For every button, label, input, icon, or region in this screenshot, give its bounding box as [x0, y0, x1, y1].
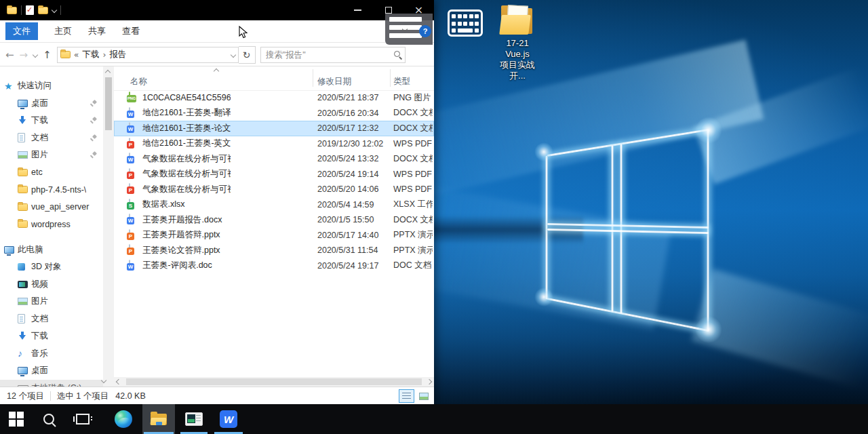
- sidebar-item-music[interactable]: ♪ 音乐: [0, 345, 103, 363]
- table-row[interactable]: W 王荟奥开题报告.docx 2020/1/5 15:50 DOCX 文档: [114, 212, 434, 228]
- tab-share[interactable]: 共享: [88, 25, 106, 37]
- scroll-left-icon[interactable]: [116, 379, 121, 384]
- recent-locations-chevron-icon[interactable]: [33, 52, 38, 57]
- scroll-up-icon[interactable]: [105, 70, 111, 75]
- sidebar-item-documents[interactable]: 文档: [0, 130, 103, 147]
- sidebar-item-desktop-pc[interactable]: 桌面: [0, 362, 103, 380]
- navigation-pane: ★ 快速访问 桌面 下载 文档: [0, 66, 103, 389]
- sidebar-item-this-pc[interactable]: 此电脑: [0, 241, 103, 259]
- new-folder-icon[interactable]: [38, 7, 48, 14]
- taskbar: W: [0, 404, 868, 434]
- desktop-icon-vuejs-folder[interactable]: 17-21 Vue.js 项目实战开...: [496, 4, 539, 81]
- wps-office-icon: W: [220, 410, 237, 428]
- taskbar-edge-button[interactable]: [108, 404, 138, 434]
- properties-icon[interactable]: [26, 5, 34, 15]
- address-bar[interactable]: « 下载 › 报告: [57, 47, 239, 63]
- document-icon: [18, 133, 25, 142]
- sidebar-item-videos[interactable]: 视频: [0, 276, 103, 294]
- taskbar-app-window-button[interactable]: [179, 404, 209, 434]
- selection-count: 选中 1 个项目: [57, 391, 108, 402]
- document-icon: [18, 314, 25, 323]
- sidebar-item-pictures[interactable]: 图片: [0, 146, 103, 164]
- table-row[interactable]: P 气象数据在线分析与可视化系统设计与实... 2020/5/20 14:06 …: [114, 182, 434, 197]
- status-bar: 12 个项目 选中 1 个项目 42.0 KB: [0, 387, 434, 405]
- refresh-button[interactable]: ↻: [239, 46, 256, 64]
- file-explorer-icon: [150, 412, 167, 426]
- folder-icon[interactable]: [7, 7, 17, 14]
- column-header-name[interactable]: 名称: [130, 76, 147, 87]
- pin-icon: [90, 151, 98, 159]
- sidebar-item-3d-objects[interactable]: 3D 对象: [0, 258, 103, 276]
- table-row[interactable]: P 气象数据在线分析与可视化系统设计与实... 2020/5/24 19:14 …: [114, 167, 434, 182]
- tab-file[interactable]: 文件: [5, 22, 38, 40]
- table-row-selected[interactable]: W 地信21601-王荟奥-论文.docx 2020/5/17 12:32 DO…: [114, 121, 434, 136]
- sidebar-item-documents-pc[interactable]: 文档: [0, 311, 103, 328]
- tab-view[interactable]: 查看: [122, 25, 140, 37]
- file-explorer-window: × 文件 主页 共享 查看 ← → ↑ « 下载 › 报告: [0, 0, 434, 404]
- details-view-button[interactable]: [399, 389, 414, 403]
- xlsx-file-icon: S: [129, 199, 130, 210]
- desktop-icon: [18, 100, 28, 107]
- windows-logo-icon: [9, 412, 24, 427]
- start-button[interactable]: [1, 404, 31, 434]
- taskbar-search-button[interactable]: [34, 404, 64, 434]
- sidebar-item-pictures-pc[interactable]: 图片: [0, 293, 103, 311]
- table-row[interactable]: P 地信21601-王荟奥-英文.pdf 2019/12/30 12:02 WP…: [114, 136, 434, 152]
- address-dropdown-chevron-icon[interactable]: [230, 52, 235, 57]
- column-header-type[interactable]: 类型: [393, 76, 410, 87]
- column-resize-handle[interactable]: [390, 69, 391, 87]
- column-header-date[interactable]: 修改日期: [317, 76, 351, 87]
- table-row[interactable]: W 王荟奥-评阅表.doc 2020/5/24 19:17 DOC 文档: [114, 258, 434, 274]
- sidebar-item-desktop[interactable]: 桌面: [0, 95, 103, 113]
- sidebar-item-etc[interactable]: etc: [0, 164, 103, 182]
- task-view-button[interactable]: [68, 404, 98, 434]
- search-icon[interactable]: [394, 51, 400, 57]
- horizontal-scrollbar[interactable]: [114, 377, 434, 387]
- task-view-icon: [76, 414, 90, 425]
- onscreen-keyboard-icon[interactable]: [448, 9, 483, 37]
- customize-toolbar-chevron-icon[interactable]: [52, 7, 57, 13]
- collapsed-path-mark[interactable]: «: [74, 50, 79, 60]
- up-button[interactable]: ↑: [43, 49, 52, 61]
- table-row[interactable]: W 地信21601-王荟奥-翻译.docx 2020/5/16 20:34 DO…: [114, 106, 434, 121]
- breadcrumb-reports[interactable]: 报告: [109, 49, 126, 60]
- sidebar-item-quick-access[interactable]: ★ 快速访问: [0, 77, 103, 95]
- nav-arrows: ← → ↑: [0, 49, 56, 61]
- scrollbar-thumb[interactable]: [105, 77, 112, 130]
- table-row[interactable]: W 气象数据在线分析与可视化系统设计与实... 2020/5/24 13:32 …: [114, 151, 434, 167]
- scrollbar-thumb[interactable]: [126, 378, 422, 385]
- sidebar-item-php[interactable]: php-7.4.5-nts-\: [0, 181, 103, 199]
- taskbar-wps-button[interactable]: W: [213, 404, 244, 434]
- sidebar-item-downloads[interactable]: 下载: [0, 112, 103, 130]
- music-icon: ♪: [18, 349, 22, 358]
- explorer-main: ★ 快速访问 桌面 下载 文档: [0, 66, 434, 389]
- sidebar-item-wordpress[interactable]: wordpress: [0, 216, 103, 233]
- column-resize-handle[interactable]: [313, 69, 313, 87]
- sidebar-item-downloads-pc[interactable]: 下载: [0, 328, 103, 345]
- help-button[interactable]: ?: [419, 25, 431, 37]
- pdf-file-icon: P: [129, 183, 130, 194]
- breadcrumb-separator: ›: [102, 50, 106, 60]
- scroll-right-icon[interactable]: [427, 379, 432, 384]
- edge-browser-icon: [115, 410, 132, 428]
- sidebar-item-vue-api-server[interactable]: vue_api_server: [0, 199, 103, 216]
- table-row[interactable]: P 王荟奥开题答辩.pptx 2020/5/17 14:40 PPTX 演示文稿: [114, 228, 434, 243]
- docx-file-icon: W: [129, 153, 130, 163]
- file-list-pane: 名称 修改日期 类型 PNG 1C0CAC8AE541C5596C284974B…: [114, 66, 434, 389]
- back-button[interactable]: ←: [5, 49, 14, 61]
- forward-button[interactable]: →: [20, 49, 28, 61]
- navigation-bar: ← → ↑ « 下载 › 报告 ↻: [0, 43, 434, 66]
- tab-home[interactable]: 主页: [54, 25, 72, 37]
- large-icons-view-button[interactable]: [416, 389, 431, 403]
- column-headers: 名称 修改日期 类型: [114, 66, 434, 91]
- table-row[interactable]: S 数据表.xlsx 2020/5/4 14:59 XLSX 工作表: [114, 197, 434, 213]
- table-row[interactable]: PNG 1C0CAC8AE541C5596C284974B2D1E... 202…: [114, 90, 434, 106]
- sidebar-scrollbar[interactable]: [103, 66, 114, 389]
- minimize-button[interactable]: [342, 0, 373, 20]
- ribbon-tab-bar: 文件 主页 共享 查看: [0, 20, 434, 43]
- search-input[interactable]: [261, 47, 405, 62]
- table-row[interactable]: P 王荟奥论文答辩.pptx 2020/5/31 11:54 PPTX 演示文稿: [114, 243, 434, 258]
- taskbar-file-explorer-button[interactable]: [142, 404, 175, 434]
- folder-icon: [18, 186, 28, 193]
- breadcrumb-downloads[interactable]: 下载: [82, 49, 99, 60]
